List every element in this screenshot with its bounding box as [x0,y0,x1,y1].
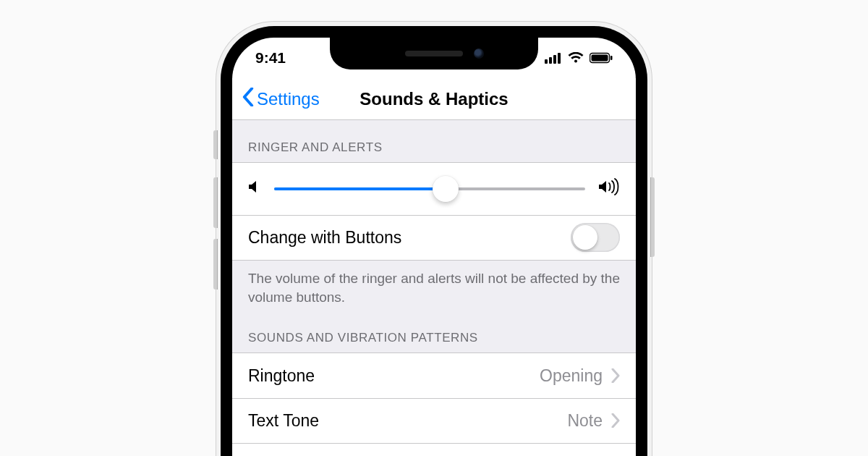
svg-rect-5 [592,55,608,62]
chevron-left-icon [242,88,254,111]
back-label: Settings [257,89,320,109]
group-patterns: Ringtone Opening Text Tone Note [232,352,636,444]
chevron-right-icon [611,413,620,428]
ringtone-value: Opening [540,366,603,386]
power-button-hw [650,177,655,257]
battery-icon [590,52,613,64]
front-camera [474,48,484,59]
back-button[interactable]: Settings [242,88,320,111]
page-title: Sounds & Haptics [359,89,508,109]
section-header-ringer: RINGER AND ALERTS [232,120,636,162]
ringer-volume-row [232,163,636,215]
chevron-right-icon [611,368,620,383]
volume-down-button-hw [213,239,218,290]
settings-content: RINGER AND ALERTS Chang [232,120,636,444]
svg-rect-6 [610,56,613,60]
volume-up-button-hw [213,177,218,228]
svg-rect-2 [553,55,556,64]
ringtone-row[interactable]: Ringtone Opening [232,353,636,398]
text-tone-value: Note [567,411,603,431]
volume-high-icon [598,178,620,200]
text-tone-row[interactable]: Text Tone Note [232,398,636,443]
slider-thumb[interactable] [433,176,459,202]
status-time: 9:41 [255,49,286,67]
ringtone-label: Ringtone [248,366,540,386]
svg-rect-0 [545,59,548,64]
change-with-buttons-row[interactable]: Change with Buttons [232,215,636,260]
silence-switch [213,130,218,159]
phone-frame: 9:41 Settings Sounds & Hap [216,22,652,456]
svg-rect-3 [558,53,561,64]
change-with-buttons-label: Change with Buttons [248,228,571,248]
toggle-knob [573,225,597,250]
volume-low-icon [248,179,261,199]
slider-fill [274,187,446,190]
section-header-patterns: SOUNDS AND VIBRATION PATTERNS [232,311,636,352]
change-with-buttons-toggle[interactable] [571,223,620,252]
section-footer-ringer: The volume of the ringer and alerts will… [232,261,636,311]
wifi-icon [568,52,584,64]
group-ringer: Change with Buttons [232,162,636,261]
earpiece-speaker [405,51,463,56]
nav-bar: Settings Sounds & Haptics [232,78,636,120]
screen: 9:41 Settings Sounds & Hap [232,38,636,456]
ringer-volume-slider[interactable] [274,176,585,202]
cellular-signal-icon [545,52,562,64]
svg-rect-1 [549,57,552,64]
text-tone-label: Text Tone [248,411,567,431]
notch [330,38,538,69]
